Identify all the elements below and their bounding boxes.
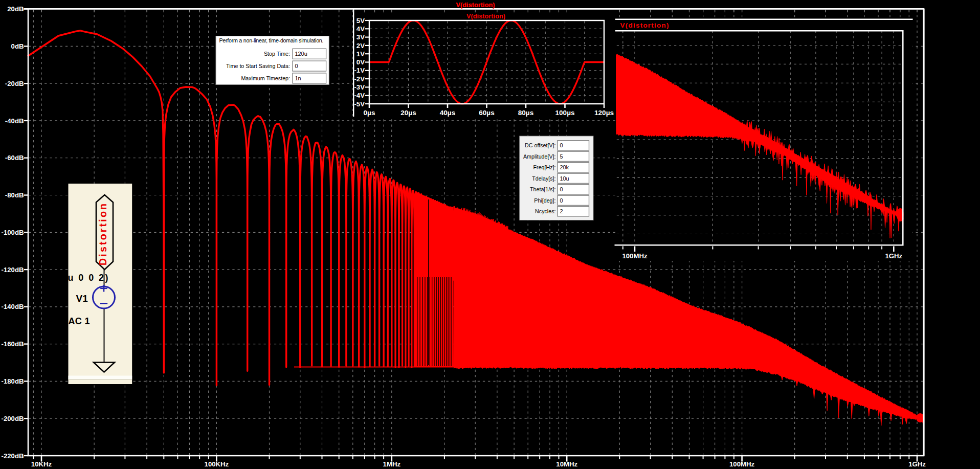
svg-text:10u: 10u [560,175,569,182]
svg-text:V(distortion): V(distortion) [466,12,505,20]
svg-text:2V: 2V [357,42,365,50]
svg-text:-120dB: -120dB [2,266,24,274]
svg-text:V(distortion): V(distortion) [620,21,669,29]
svg-text:AC 1: AC 1 [69,316,90,326]
svg-text:-180dB: -180dB [2,377,24,385]
svg-text:5: 5 [560,153,563,160]
svg-text:120u: 120u [295,51,307,57]
svg-text:-3V: -3V [354,83,365,91]
svg-text:3V: 3V [357,33,365,41]
svg-text:4V: 4V [357,25,365,33]
svg-text:0: 0 [560,186,563,192]
svg-text:0V: 0V [357,58,365,66]
svg-text:100MHz: 100MHz [729,460,755,468]
svg-text:-1V: -1V [354,66,365,74]
svg-text:-200dB: -200dB [2,415,24,422]
svg-text:10MHz: 10MHz [556,460,577,468]
svg-text:1n: 1n [295,75,301,81]
svg-text:120µs: 120µs [594,109,614,117]
svg-text:DC offset[V]:: DC offset[V]: [525,142,555,148]
svg-text:Time to Start Saving Data:: Time to Start Saving Data: [226,63,290,69]
svg-text:V(distortion): V(distortion) [456,1,495,9]
svg-text:-40dB: -40dB [5,117,24,125]
svg-text:-5V: -5V [354,100,365,108]
svg-text:V1: V1 [76,293,88,304]
svg-text:80µs: 80µs [518,109,534,117]
svg-text:Freq[Hz]:: Freq[Hz]: [533,164,556,170]
svg-text:40µs: 40µs [440,109,456,117]
svg-text:20k: 20k [560,164,569,170]
svg-text:1V: 1V [357,50,365,58]
svg-text:1GHz: 1GHz [908,460,926,468]
svg-text:2: 2 [560,208,563,214]
svg-text:Ncycles:: Ncycles: [535,208,555,214]
svg-text:0dB: 0dB [11,42,24,50]
svg-text:0: 0 [560,142,563,148]
svg-text:-60dB: -60dB [5,154,24,162]
svg-text:Amplitude[V]:: Amplitude[V]: [523,153,556,160]
svg-text:-2V: -2V [354,75,365,83]
svg-text:-4V: -4V [354,92,365,99]
svg-text:-140dB: -140dB [2,303,24,310]
svg-text:-80dB: -80dB [5,191,24,199]
svg-text:Maximum Timestep:: Maximum Timestep: [241,75,290,81]
svg-text:-100dB: -100dB [2,229,24,236]
svg-text:0: 0 [560,197,563,204]
svg-text:Tdelay[s]:: Tdelay[s]: [532,175,555,182]
svg-text:1MHz: 1MHz [383,460,401,468]
svg-text:0µs: 0µs [364,109,375,117]
svg-text:20µs: 20µs [400,109,416,117]
svg-text:Distortion: Distortion [97,204,108,265]
svg-text:Theta[1/s]:: Theta[1/s]: [530,186,556,192]
svg-text:-20dB: -20dB [5,80,24,87]
svg-text:1GHz: 1GHz [885,252,902,260]
svg-text:-160dB: -160dB [2,340,24,348]
svg-text:10KHz: 10KHz [31,460,52,468]
svg-text:5V: 5V [357,17,365,25]
svg-text:20dB: 20dB [7,5,24,13]
svg-text:-220dB: -220dB [2,452,24,460]
svg-text:60µs: 60µs [479,109,495,117]
svg-text:100KHz: 100KHz [205,460,229,468]
svg-text:0: 0 [295,63,298,69]
svg-text:Perform a non-linear, time-dom: Perform a non-linear, time-domain simula… [219,37,324,43]
svg-text:100MHz: 100MHz [622,252,648,260]
svg-text:Phi[deg]:: Phi[deg]: [534,197,555,204]
svg-text:Stop Time:: Stop Time: [264,51,290,57]
svg-text:100µs: 100µs [555,109,574,117]
